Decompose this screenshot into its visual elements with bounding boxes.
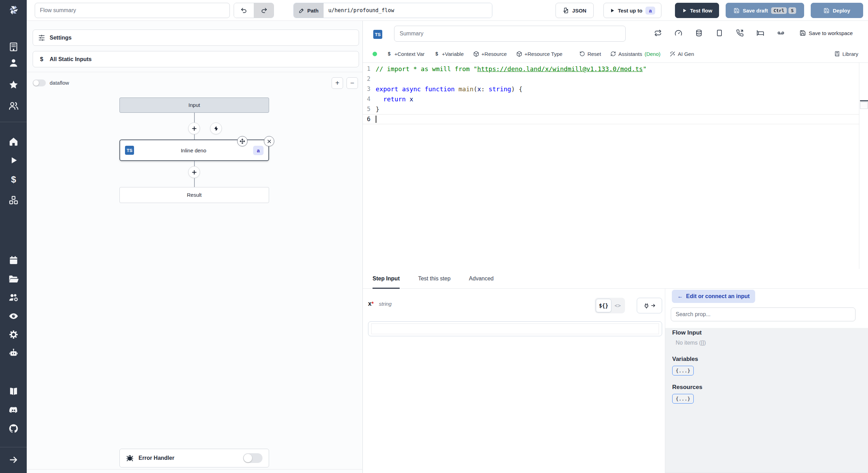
favorites-star-icon[interactable] — [0, 79, 27, 91]
schedules-calendar-icon[interactable] — [0, 254, 27, 266]
concurrency-square-icon[interactable] — [716, 29, 723, 37]
assistants-button[interactable]: Assistants (Deno) — [610, 51, 660, 57]
tab-step-input[interactable]: Step Input — [373, 269, 400, 288]
flow-panel-divider — [27, 72, 363, 72]
path-value-input[interactable] — [324, 3, 492, 18]
sidebar-divider — [0, 122, 27, 122]
package-icon — [473, 51, 479, 57]
redo-button[interactable] — [254, 3, 274, 18]
resources-boxes-icon[interactable] — [0, 194, 27, 206]
runs-play-icon[interactable] — [0, 154, 27, 166]
error-handler-node[interactable]: Error Handler — [119, 449, 269, 467]
path-group: Path — [293, 3, 492, 18]
retries-repeat-icon[interactable] — [654, 29, 662, 37]
ai-gen-button[interactable]: AI Gen — [670, 51, 694, 57]
docs-book-icon[interactable] — [0, 386, 27, 397]
add-resource-button[interactable]: +Resource — [473, 51, 507, 57]
step-settings-icons: Save to workspace — [654, 29, 853, 37]
audit-eye-icon[interactable] — [0, 310, 27, 322]
zoom-in-button[interactable]: + — [332, 77, 343, 89]
minimap-slider[interactable] — [860, 102, 868, 109]
save-to-workspace-label: Save to workspace — [809, 30, 853, 36]
error-handler-label: Error Handler — [139, 455, 174, 461]
all-static-inputs-button[interactable]: $ All Static Inputs — [33, 51, 359, 67]
flow-input-empty: No items ([]) — [676, 340, 861, 346]
plug-icon — [643, 303, 650, 309]
move-icon — [240, 138, 245, 144]
code-mode-button[interactable]: <> — [611, 303, 624, 309]
sidebar-divider — [0, 447, 27, 447]
add-variable-button[interactable]: $ +Variable — [434, 51, 464, 57]
library-button[interactable]: Library — [834, 51, 858, 57]
github-icon[interactable] — [0, 423, 27, 434]
test-up-to-step-badge[interactable]: a — [645, 7, 655, 15]
variables-dollar-icon[interactable]: $ — [0, 174, 27, 186]
step-editor-panel: TS Save to workspace $ +Context Var $ — [363, 21, 868, 473]
move-step-button[interactable] — [237, 136, 248, 146]
insert-step-button[interactable] — [188, 166, 200, 178]
tab-advanced[interactable]: Advanced — [469, 269, 494, 288]
required-asterisk: * — [372, 301, 374, 307]
groups-users-icon[interactable] — [0, 100, 27, 112]
json-button-label: JSON — [572, 8, 586, 14]
error-handler-toggle[interactable] — [243, 453, 262, 463]
edge-line — [194, 178, 195, 187]
connect-input-panel: ← Edit or connect an input Flow Input No… — [665, 289, 868, 473]
test-up-to-button[interactable]: Test up to a — [603, 3, 661, 18]
edit-or-connect-button[interactable]: ← Edit or connect an input — [672, 290, 755, 303]
flow-summary-input[interactable] — [35, 3, 230, 18]
undo-button[interactable] — [234, 3, 254, 18]
user-icon[interactable] — [0, 57, 27, 69]
code-editor[interactable]: 1// import * as wmill from "https://deno… — [363, 63, 859, 269]
status-dot — [373, 52, 377, 56]
flow-input-node[interactable]: Input — [119, 98, 269, 113]
add-context-var-button[interactable]: $ +Context Var — [386, 51, 425, 57]
insert-step-button[interactable] — [188, 123, 200, 134]
search-prop-input[interactable] — [671, 307, 856, 321]
resources-title: Resources — [672, 384, 861, 391]
kbd-ctrl: Ctrl — [771, 7, 787, 14]
edge-line — [194, 113, 195, 123]
all-static-inputs-label: All Static Inputs — [50, 56, 92, 62]
wand-icon — [670, 51, 675, 57]
cache-database-icon[interactable] — [695, 29, 703, 37]
kbd-s: S — [788, 7, 796, 14]
delete-step-button[interactable] — [264, 136, 274, 146]
expand-sidebar-arrow-icon[interactable] — [0, 454, 27, 466]
insert-trigger-button[interactable] — [210, 123, 222, 134]
refresh-icon — [610, 51, 616, 57]
step-summary-input[interactable] — [394, 26, 626, 42]
folders-icon[interactable] — [0, 273, 27, 285]
home-icon[interactable] — [0, 136, 27, 147]
bug-icon — [126, 454, 134, 462]
workers-users-cog-icon[interactable] — [0, 292, 27, 303]
flow-settings-button[interactable]: Settings — [33, 29, 359, 46]
editor-scrollbar[interactable] — [859, 63, 868, 269]
deploy-button[interactable]: Deploy — [811, 3, 863, 18]
expr-mode-button[interactable]: ${} — [596, 299, 611, 312]
settings-gear-icon[interactable] — [0, 329, 27, 340]
save-to-workspace-button[interactable]: Save to workspace — [800, 30, 853, 36]
save-draft-button[interactable]: Save draft CtrlS — [726, 3, 804, 18]
ai-bot-icon[interactable] — [0, 347, 27, 359]
json-button[interactable]: JSON — [556, 3, 594, 18]
dataflow-toggle[interactable] — [33, 79, 46, 86]
connect-input-button[interactable] — [637, 298, 662, 313]
variables-object-button[interactable]: {...} — [672, 366, 694, 375]
phone-incoming-icon[interactable] — [736, 29, 744, 37]
path-button[interactable]: Path — [294, 3, 324, 18]
zoom-out-button[interactable]: − — [347, 77, 358, 89]
add-resource-type-button[interactable]: +Resource Type — [516, 51, 562, 57]
windmill-logo-icon[interactable] — [0, 4, 27, 16]
discord-icon[interactable] — [0, 404, 27, 416]
step-arg-input[interactable] — [372, 324, 659, 334]
resources-object-button[interactable]: {...} — [672, 394, 694, 404]
tab-test-this-step[interactable]: Test this step — [418, 269, 450, 288]
timeout-gauge-icon[interactable] — [675, 29, 682, 37]
sleep-bed-icon[interactable] — [757, 29, 764, 37]
flow-result-node[interactable]: Result — [119, 187, 269, 203]
workspace-building-icon[interactable] — [0, 41, 27, 53]
voicemail-icon[interactable] — [777, 29, 785, 37]
reset-button[interactable]: Reset — [579, 51, 601, 57]
test-flow-button[interactable]: Test flow — [675, 3, 719, 18]
